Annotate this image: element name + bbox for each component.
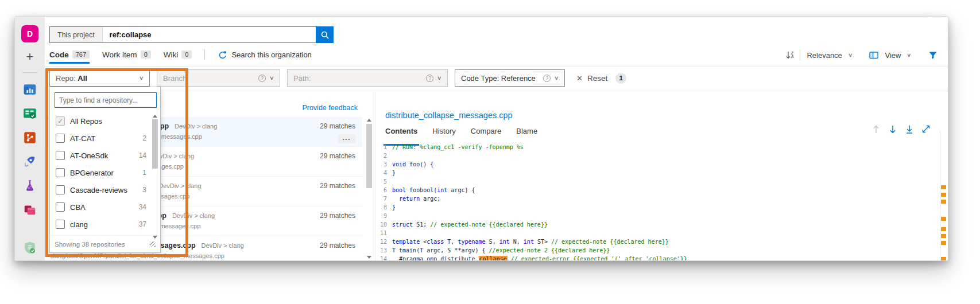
line-number: 9	[376, 213, 392, 221]
repo-search-input[interactable]	[55, 92, 157, 108]
code-line: 11	[376, 230, 939, 239]
code-viewer[interactable]: 1// RUN: %clang_cc1 -verify -fopenmp %s2…	[376, 144, 939, 260]
view-dropdown[interactable]: View	[885, 51, 901, 60]
repo-filter-dropdown[interactable]: Repo: All	[49, 69, 150, 87]
tab-code[interactable]: Code 767	[49, 50, 90, 59]
branch-filter-dropdown: Branch:	[157, 69, 280, 87]
search-scope-chip[interactable]: This project	[50, 27, 103, 42]
checkbox-icon[interactable]	[56, 151, 65, 160]
provide-feedback-link[interactable]: Provide feedback	[302, 104, 358, 112]
tab-compare[interactable]: Compare	[471, 127, 501, 138]
repo-option[interactable]: BPGenerator1	[50, 164, 160, 181]
checkbox-icon[interactable]	[56, 116, 65, 126]
code-text: return argc;	[392, 196, 440, 204]
expand-icon[interactable]	[921, 124, 931, 137]
match-marker-icon	[941, 217, 946, 221]
repo-list-scrollbar[interactable]	[151, 115, 158, 240]
match-count-label: 29 matches	[320, 241, 355, 250]
line-number: 14	[376, 256, 392, 260]
checkbox-icon[interactable]	[56, 168, 65, 177]
tab-wiki[interactable]: Wiki 0	[164, 50, 192, 59]
repo-option[interactable]: AT-CAT2	[50, 130, 160, 147]
sort-order-dropdown[interactable]: Relevance	[807, 51, 842, 60]
help-icon	[258, 75, 266, 82]
code-line: 14 #pragma omp distribute collapse // ex…	[376, 256, 939, 260]
app-window: D +	[14, 16, 948, 261]
repo-option[interactable]: CBA34	[50, 198, 160, 216]
add-icon[interactable]: +	[22, 52, 37, 63]
search-box[interactable]: This project ref:collapse	[49, 26, 334, 43]
chevron-down-icon	[848, 52, 853, 58]
artifacts-icon[interactable]	[22, 202, 37, 217]
repo-option-label: BPGenerator	[70, 169, 137, 177]
repo-option[interactable]: All Repos	[50, 112, 160, 130]
code-line: 7 return argc;	[376, 196, 939, 204]
repo-option-label: All Repos	[70, 117, 141, 126]
scroll-up-arrow[interactable]	[367, 119, 371, 122]
tab-contents[interactable]: Contents	[385, 127, 417, 138]
code-text: }	[392, 204, 396, 213]
page: D +	[0, 0, 980, 304]
pipelines-icon[interactable]	[22, 154, 37, 169]
line-number: 4	[376, 170, 392, 178]
search-button[interactable]	[316, 26, 334, 43]
view-layout-icon[interactable]	[869, 51, 878, 59]
shield-icon[interactable]	[22, 240, 37, 255]
checkbox-icon[interactable]	[56, 134, 65, 143]
repo-option-count: 37	[139, 220, 146, 228]
code-line: 10struct S1; // expected-note {{declared…	[376, 221, 939, 230]
checkbox-icon[interactable]	[56, 202, 65, 212]
checkbox-icon[interactable]	[56, 220, 65, 229]
repo-dropdown-popup: All ReposAT-CAT2AT-OneSdk14BPGenerator1C…	[49, 87, 161, 253]
path-filter-dropdown: Path:	[287, 69, 448, 87]
tab-work-item[interactable]: Work item 0	[102, 50, 151, 59]
repo-option[interactable]: AT-OneSdk14	[50, 147, 160, 164]
repo-option[interactable]: clang37	[50, 216, 160, 233]
checkbox-icon[interactable]	[56, 185, 65, 194]
boards-icon[interactable]	[22, 106, 37, 121]
repos-icon[interactable]	[22, 130, 37, 145]
results-toolbar: ZA Relevance View	[785, 49, 938, 61]
search-organization-link[interactable]: Search this organization	[218, 50, 311, 59]
line-number: 10	[376, 221, 392, 230]
more-actions-button[interactable]	[338, 134, 355, 143]
match-count-label: 29 matches	[320, 182, 355, 190]
tab-history[interactable]: History	[432, 127, 455, 138]
test-plans-icon[interactable]	[22, 178, 37, 193]
code-type-filter-dropdown[interactable]: Code Type: Reference	[455, 69, 565, 87]
chevron-down-icon	[437, 75, 442, 81]
repo-option-count: 14	[139, 151, 146, 159]
results-scrollbar[interactable]	[365, 119, 373, 259]
previous-match-icon[interactable]	[871, 124, 881, 137]
preview-filename-link[interactable]: distribute_collapse_messages.cpp	[385, 111, 513, 120]
overview-icon[interactable]	[22, 82, 37, 97]
resize-handle-icon[interactable]	[150, 241, 156, 247]
sort-icon[interactable]: ZA	[785, 51, 794, 59]
scrollbar-thumb[interactable]	[152, 119, 158, 169]
match-marker-icon	[941, 241, 946, 245]
reset-filters-button[interactable]: Reset	[576, 74, 607, 83]
project-avatar[interactable]: D	[21, 25, 38, 42]
help-icon	[543, 75, 551, 82]
scroll-up-arrow[interactable]	[153, 115, 157, 118]
tab-blame[interactable]: Blame	[516, 127, 537, 138]
code-line: 9	[376, 213, 939, 221]
download-icon[interactable]	[905, 124, 914, 137]
next-match-icon[interactable]	[888, 124, 897, 137]
filter-icon[interactable]	[928, 51, 938, 60]
scrollbar-ruler	[940, 131, 940, 260]
line-number: 2	[376, 153, 392, 161]
code-text: T tmain(T argc, S **argv) { //expected-n…	[392, 247, 610, 256]
search-input[interactable]: ref:collapse	[103, 27, 316, 42]
match-marker-icon	[941, 193, 946, 197]
scrollbar-thumb[interactable]	[366, 124, 372, 188]
repo-option-label: CBA	[70, 203, 134, 212]
redirect-arrow-icon	[218, 50, 227, 59]
code-line: 8}	[376, 204, 939, 213]
scroll-down-arrow[interactable]	[367, 256, 371, 259]
preview-tabs: Contents History Compare Blame	[385, 127, 537, 138]
active-filter-count-badge: 1	[615, 73, 626, 84]
line-number: 1	[376, 144, 392, 153]
result-breadcrumb: DevDiv > clang	[172, 212, 215, 219]
repo-option[interactable]: Cascade-reviews3	[50, 181, 160, 198]
